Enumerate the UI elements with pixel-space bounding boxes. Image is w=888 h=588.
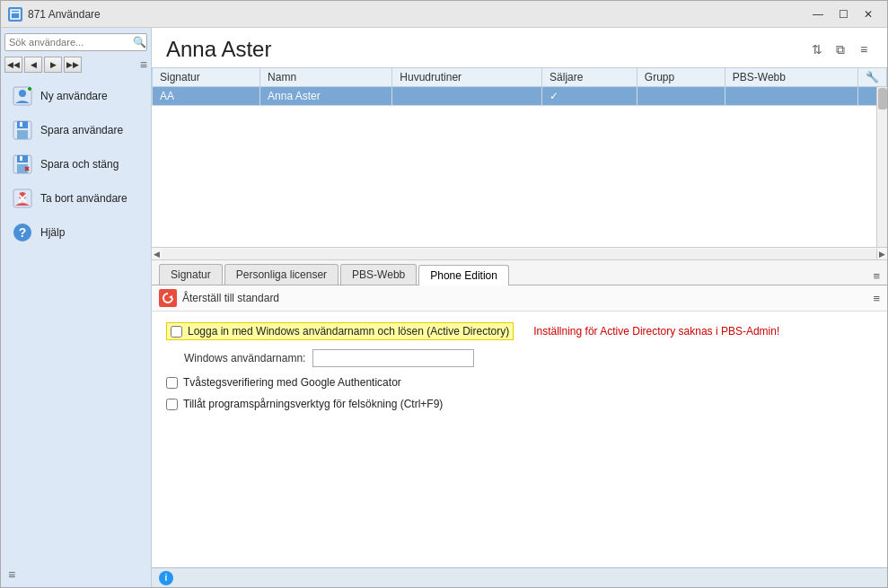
help-label: Hjälp xyxy=(40,226,65,239)
left-arrow-icon[interactable]: ◀ xyxy=(152,250,162,259)
tab-phone-edition[interactable]: Phone Edition xyxy=(418,265,509,285)
toolbar-more-icon[interactable]: ≡ xyxy=(873,292,880,305)
wrench-icon[interactable]: 🔧 xyxy=(866,71,879,83)
search-icon: 🔍 xyxy=(133,36,146,48)
app-icon xyxy=(8,7,22,22)
window-title: 871 Användare xyxy=(28,8,806,21)
right-panel: Anna Aster ⇅ ⧉ ≡ Signatur Namn Huv xyxy=(152,28,887,587)
col-namn: Namn xyxy=(260,68,392,87)
col-huvudrutiner: Huvudrutiner xyxy=(392,68,542,87)
filter-icon[interactable]: ⧉ xyxy=(831,40,849,58)
page-title: Anna Aster xyxy=(166,37,271,62)
save-close-label: Spara och stäng xyxy=(40,158,119,171)
form-content: Logga in med Windows användarnamn och lö… xyxy=(152,312,887,430)
horizontal-scroll-bar[interactable]: ◀ ▶ xyxy=(152,247,887,259)
sidebar-menu: Ny användare Spara användare xyxy=(4,80,147,249)
tabs-row: Signatur Personliga licenser PBS-Webb Ph… xyxy=(152,260,887,285)
nav-prev-button[interactable]: ◀ xyxy=(24,57,42,73)
sidebar-item-delete-user[interactable]: Ta bort användare xyxy=(4,182,147,215)
windows-username-input[interactable] xyxy=(312,349,474,367)
cell-huvudrutiner xyxy=(392,87,542,106)
debug-checkbox[interactable] xyxy=(166,399,178,410)
user-table-wrapper: Signatur Namn Huvudrutiner Säljare Grupp… xyxy=(152,67,887,260)
nav-more-icon[interactable]: ≡ xyxy=(140,57,147,72)
cell-saljare: ✓ xyxy=(542,87,637,106)
status-icon: i xyxy=(159,571,173,585)
2fa-checkbox-row: Tvåstegsverifiering med Google Authentic… xyxy=(166,376,873,389)
search-input[interactable] xyxy=(9,37,133,48)
tab-toolbar-left: Återställ till standard xyxy=(159,289,279,307)
debug-checkbox-label: Tillåt programspårningsverktyg för felsö… xyxy=(183,398,443,410)
tab-signatur[interactable]: Signatur xyxy=(159,264,223,285)
delete-user-label: Ta bort användare xyxy=(40,192,127,205)
svg-text:?: ? xyxy=(19,225,27,240)
sidebar-footer-dots[interactable]: ≡ xyxy=(4,564,19,585)
close-button[interactable]: ✕ xyxy=(857,5,880,23)
ad-checkbox-row: Logga in med Windows användarnamn och lö… xyxy=(166,322,873,340)
sidebar-item-save-user[interactable]: Spara användare xyxy=(4,114,147,146)
cell-pbs-webb xyxy=(725,87,857,106)
debug-checkbox-row: Tillåt programspårningsverktyg för felsö… xyxy=(166,398,873,410)
delete-user-icon xyxy=(12,188,33,209)
svg-rect-8 xyxy=(17,130,28,139)
cell-signatur: AA xyxy=(153,87,260,106)
nav-first-button[interactable]: ◀◀ xyxy=(4,57,22,73)
col-pbs-webb: PBS-Webb xyxy=(725,68,857,87)
sidebar-item-save-close[interactable]: Spara och stäng xyxy=(4,148,147,180)
sidebar-footer: ≡ xyxy=(4,564,147,582)
h-scroll-track xyxy=(162,249,877,259)
svg-rect-13 xyxy=(20,156,22,161)
status-bar: i xyxy=(152,567,887,587)
windows-username-row: Windows användarnamn: xyxy=(184,349,873,367)
user-table: Signatur Namn Huvudrutiner Säljare Grupp… xyxy=(152,67,887,106)
reset-button[interactable]: Återställ till standard xyxy=(182,292,279,304)
nav-next-button[interactable]: ▶ xyxy=(44,57,62,73)
reset-icon xyxy=(159,289,177,307)
col-wrench: 🔧 xyxy=(858,68,887,87)
cell-namn: Anna Aster xyxy=(260,87,392,106)
svg-rect-0 xyxy=(11,10,20,19)
cell-grupp xyxy=(637,87,725,106)
tab-personliga-licenser[interactable]: Personliga licenser xyxy=(224,264,338,285)
minimize-button[interactable]: — xyxy=(806,5,830,23)
tab-more-icon[interactable]: ≡ xyxy=(873,269,880,283)
tab-controls: ≡ xyxy=(873,269,880,285)
new-user-label: Ny användare xyxy=(40,90,108,102)
ad-checkbox[interactable] xyxy=(171,326,182,338)
col-saljare: Säljare xyxy=(542,68,637,87)
save-user-icon xyxy=(12,119,33,141)
col-grupp: Grupp xyxy=(637,68,725,87)
nav-last-button[interactable]: ▶▶ xyxy=(64,57,82,73)
2fa-checkbox[interactable] xyxy=(166,377,178,389)
sidebar-item-help[interactable]: ? Hjälp xyxy=(4,216,147,249)
more-options-icon[interactable]: ≡ xyxy=(855,40,873,58)
tab-toolbar: Återställ till standard ≡ xyxy=(152,285,887,312)
right-arrow-icon[interactable]: ▶ xyxy=(877,250,887,259)
save-close-icon xyxy=(12,154,33,175)
tab-pbs-webb[interactable]: PBS-Webb xyxy=(340,264,417,285)
maximize-button[interactable]: ☐ xyxy=(831,5,855,23)
tab-content-phone-edition: Återställ till standard ≡ Logga in med W… xyxy=(152,285,887,567)
window-controls: — ☐ ✕ xyxy=(806,5,880,23)
search-bar[interactable]: 🔍 xyxy=(4,33,147,51)
ad-checkbox-label: Logga in med Windows användarnamn och lö… xyxy=(188,325,509,338)
table-row[interactable]: AA Anna Aster ✓ xyxy=(153,87,887,106)
sidebar-item-new-user[interactable]: Ny användare xyxy=(4,80,147,112)
vertical-scrollbar[interactable] xyxy=(876,87,887,247)
nav-controls: ◀◀ ◀ ▶ ▶▶ ≡ xyxy=(4,57,147,73)
svg-marker-22 xyxy=(169,295,172,299)
ad-checkbox-wrapper: Logga in med Windows användarnamn och lö… xyxy=(166,322,514,340)
svg-rect-9 xyxy=(20,122,22,127)
col-signatur: Signatur xyxy=(153,68,260,87)
table-scroll-area[interactable]: Signatur Namn Huvudrutiner Säljare Grupp… xyxy=(152,67,887,247)
header-controls: ⇅ ⧉ ≡ xyxy=(808,40,873,58)
help-icon: ? xyxy=(12,222,33,243)
user-header: Anna Aster ⇅ ⧉ ≡ xyxy=(152,28,887,67)
windows-username-label: Windows användarnamn: xyxy=(184,352,305,364)
debug-checkbox-wrapper: Tillåt programspårningsverktyg för felsö… xyxy=(166,398,443,410)
ad-warning-text: Inställning för Active Directory saknas … xyxy=(533,325,779,338)
title-bar: 871 Användare — ☐ ✕ xyxy=(1,1,887,28)
sort-icon[interactable]: ⇅ xyxy=(808,40,826,58)
scroll-thumb xyxy=(878,88,887,110)
main-window: 871 Användare — ☐ ✕ 🔍 ◀◀ ◀ ▶ ▶▶ ≡ xyxy=(0,0,888,588)
